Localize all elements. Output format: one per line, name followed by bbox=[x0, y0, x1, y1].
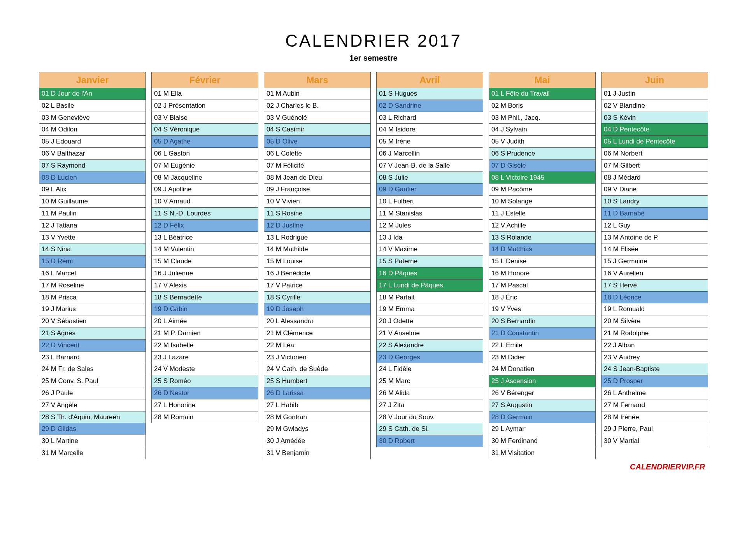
day-row: 03 S Kévin bbox=[601, 112, 708, 124]
day-row: 05 J Edouard bbox=[39, 136, 146, 148]
day-row: 17 L Lundi de Pâques bbox=[376, 280, 483, 292]
month-header: Mai bbox=[489, 72, 596, 88]
day-row: 21 M Rodolphe bbox=[601, 327, 708, 340]
day-row: 23 L Barnard bbox=[39, 352, 146, 364]
day-row: 02 M Boris bbox=[489, 100, 596, 112]
day-row: 10 M Solange bbox=[489, 196, 596, 208]
day-row: 30 M Ferdinand bbox=[489, 435, 596, 447]
day-row: 15 D Rémi bbox=[39, 256, 146, 268]
day-row: 21 D Constantin bbox=[489, 327, 596, 340]
day-row: 16 V Aurélien bbox=[601, 268, 708, 280]
day-row: 17 M Pascal bbox=[489, 280, 596, 292]
day-row: 10 S Landry bbox=[601, 196, 708, 208]
day-row: 01 L Fête du Travail bbox=[489, 88, 596, 100]
day-row: 07 M Eugénie bbox=[151, 160, 258, 172]
day-row: 05 D Olive bbox=[264, 136, 371, 148]
page-subtitle: 1er semestre bbox=[39, 54, 708, 63]
day-row: 17 V Alexis bbox=[151, 280, 258, 292]
day-row: 18 S Bernadette bbox=[151, 292, 258, 304]
day-row: 07 D Gisèle bbox=[489, 160, 596, 172]
day-row: 07 M Félicité bbox=[264, 160, 371, 172]
day-row: 28 M Gontran bbox=[264, 411, 371, 424]
day-row: 24 M Donatien bbox=[489, 363, 596, 375]
day-row: 04 S Casimir bbox=[264, 124, 371, 136]
day-row: 22 L Emile bbox=[489, 340, 596, 352]
day-row: 19 V Yves bbox=[489, 303, 596, 315]
day-row: 23 M Didier bbox=[489, 352, 596, 364]
day-row: 11 S N.-D. Lourdes bbox=[151, 208, 258, 220]
day-row: 29 L Aymar bbox=[489, 423, 596, 435]
day-row: 29 D Gildas bbox=[39, 423, 146, 435]
day-row: 14 D Matthias bbox=[489, 243, 596, 256]
day-row: 17 S Hervé bbox=[601, 280, 708, 292]
day-row: 09 M Pacôme bbox=[489, 184, 596, 196]
day-row: 22 J Alban bbox=[601, 340, 708, 352]
day-row: 23 D Georges bbox=[376, 352, 483, 364]
day-row: 26 M Alida bbox=[376, 387, 483, 399]
day-row: 28 M Romain bbox=[151, 411, 258, 424]
day-row: 28 D Germain bbox=[489, 411, 596, 424]
day-row: 19 M Emma bbox=[376, 303, 483, 315]
day-row: 27 J Zita bbox=[376, 399, 483, 411]
day-row: 31 M Visitation bbox=[489, 447, 596, 459]
day-row: 05 L Lundi de Pentecôte bbox=[601, 136, 708, 148]
day-row: 10 M Guillaume bbox=[39, 196, 146, 208]
day-row: 13 L Rodrigue bbox=[264, 232, 371, 244]
day-row: 03 L Richard bbox=[376, 112, 483, 124]
day-row: 07 M Gilbert bbox=[601, 160, 708, 172]
page-title: CALENDRIER 2017 bbox=[39, 31, 708, 51]
day-row: 23 J Lazare bbox=[151, 352, 258, 364]
day-row: 26 D Nestor bbox=[151, 387, 258, 399]
day-row: 30 V Martial bbox=[601, 435, 708, 447]
day-row: 30 J Amédée bbox=[264, 435, 371, 447]
day-row: 31 M Marcelle bbox=[39, 447, 146, 459]
day-row: 18 M Prisca bbox=[39, 292, 146, 304]
day-row: 07 V Jean-B. de la Salle bbox=[376, 160, 483, 172]
day-row: 25 J Ascension bbox=[489, 375, 596, 387]
day-row: 14 S Nina bbox=[39, 243, 146, 256]
month-header: Février bbox=[151, 72, 258, 88]
day-row: 27 L Honorine bbox=[151, 399, 258, 411]
day-row: 19 D Gabin bbox=[151, 303, 258, 315]
day-row: 18 J Éric bbox=[489, 292, 596, 304]
day-row: 11 S Rosine bbox=[264, 208, 371, 220]
day-row: 26 J Paule bbox=[39, 387, 146, 399]
day-row: 13 J Ida bbox=[376, 232, 483, 244]
month-header: Avril bbox=[376, 72, 483, 88]
month-column: Avril01 S Hugues02 D Sandrine03 L Richar… bbox=[376, 72, 483, 459]
day-row: 23 J Victorien bbox=[264, 352, 371, 364]
day-row: 15 S Paterne bbox=[376, 256, 483, 268]
day-row: 12 M Jules bbox=[376, 220, 483, 232]
month-column: Mars01 M Aubin02 J Charles le B.03 V Gué… bbox=[264, 72, 371, 459]
day-row: 08 L Victoire 1945 bbox=[489, 172, 596, 184]
day-row: 30 L Martine bbox=[39, 435, 146, 447]
day-row: 05 V Judith bbox=[489, 136, 596, 148]
day-row: 06 L Colette bbox=[264, 148, 371, 160]
day-row: 06 L Gaston bbox=[151, 148, 258, 160]
day-row: 29 M Gwladys bbox=[264, 423, 371, 435]
day-row: 12 D Félix bbox=[151, 220, 258, 232]
day-row: 25 S Humbert bbox=[264, 375, 371, 387]
day-row: 07 S Raymond bbox=[39, 160, 146, 172]
day-row: 12 D Justine bbox=[264, 220, 371, 232]
day-row: 25 M Conv. S. Paul bbox=[39, 375, 146, 387]
day-row: 20 L Aimée bbox=[151, 315, 258, 327]
day-row: 09 V Diane bbox=[601, 184, 708, 196]
day-row: 16 L Marcel bbox=[39, 268, 146, 280]
day-row: 14 M Elisée bbox=[601, 243, 708, 256]
day-row: 26 V Bérenger bbox=[489, 387, 596, 399]
day-row: 15 M Louise bbox=[264, 256, 371, 268]
day-row: 10 V Arnaud bbox=[151, 196, 258, 208]
day-row: 09 J Apolline bbox=[151, 184, 258, 196]
day-row: 16 J Julienne bbox=[151, 268, 258, 280]
day-row: 01 S Hugues bbox=[376, 88, 483, 100]
day-row: 30 D Robert bbox=[376, 435, 483, 447]
day-row: 03 V Guénolé bbox=[264, 112, 371, 124]
day-row: 19 D Joseph bbox=[264, 303, 371, 315]
day-row: 15 M Claude bbox=[151, 256, 258, 268]
day-row: 28 S Th. d'Aquin, Maureen bbox=[39, 411, 146, 424]
day-row: 25 D Prosper bbox=[601, 375, 708, 387]
day-row: 14 V Maxime bbox=[376, 243, 483, 256]
day-row: 23 V Audrey bbox=[601, 352, 708, 364]
day-row: 08 J Médard bbox=[601, 172, 708, 184]
